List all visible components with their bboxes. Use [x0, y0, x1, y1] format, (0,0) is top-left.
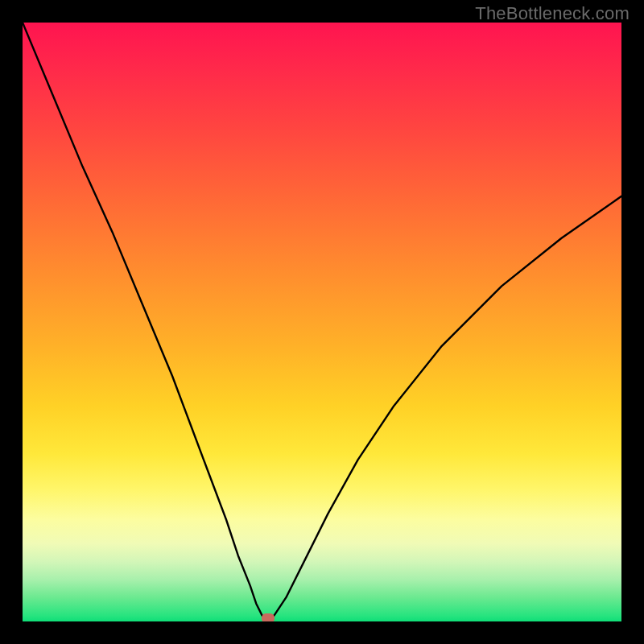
bottleneck-curve	[23, 23, 621, 621]
watermark-text: TheBottleneck.com	[475, 3, 630, 24]
chart-frame: TheBottleneck.com	[0, 0, 644, 644]
optimum-marker	[262, 613, 275, 621]
curve-path	[23, 23, 621, 621]
plot-area	[23, 23, 621, 621]
